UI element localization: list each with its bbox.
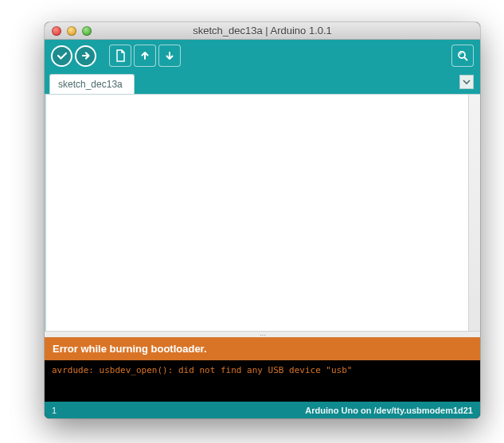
chevron-down-icon bbox=[463, 78, 471, 86]
status-line-number: 1 bbox=[52, 406, 57, 415]
save-button[interactable] bbox=[158, 45, 181, 67]
window-title: sketch_dec13a | Arduino 1.0.1 bbox=[45, 25, 480, 37]
pane-resize-grip[interactable]: ⋯ bbox=[45, 331, 480, 337]
titlebar[interactable]: sketch_dec13a | Arduino 1.0.1 bbox=[45, 22, 480, 40]
file-icon bbox=[115, 49, 126, 62]
verify-button[interactable] bbox=[51, 45, 72, 67]
code-editor[interactable] bbox=[45, 95, 468, 331]
open-button[interactable] bbox=[134, 45, 156, 67]
console-line: avrdude: usbdev_open(): did not find any… bbox=[52, 365, 473, 375]
toolbar bbox=[45, 40, 480, 72]
arduino-window: sketch_dec13a | Arduino 1.0.1 sketch_dec… bbox=[45, 22, 480, 418]
magnifier-icon bbox=[456, 50, 469, 61]
status-bar: 1 Arduino Uno on /dev/tty.usbmodem1d21 bbox=[45, 402, 480, 418]
error-message: Error while burning bootloader. bbox=[53, 343, 207, 355]
new-button[interactable] bbox=[109, 45, 131, 67]
arrow-up-icon bbox=[139, 50, 150, 61]
arrow-right-icon bbox=[80, 50, 92, 61]
status-board-port: Arduino Uno on /dev/tty.usbmodem1d21 bbox=[305, 406, 473, 415]
vertical-scrollbar[interactable] bbox=[468, 95, 480, 331]
check-icon bbox=[57, 50, 68, 61]
minimize-icon[interactable] bbox=[67, 26, 76, 36]
traffic-lights bbox=[52, 26, 92, 36]
arrow-down-icon bbox=[164, 50, 175, 61]
error-banner: Error while burning bootloader. bbox=[45, 337, 480, 360]
tab-label: sketch_dec13a bbox=[58, 79, 123, 90]
zoom-icon[interactable] bbox=[82, 26, 92, 36]
tab-bar: sketch_dec13a bbox=[45, 72, 480, 94]
editor-area bbox=[45, 94, 480, 331]
tab-sketch[interactable]: sketch_dec13a bbox=[49, 74, 135, 94]
close-icon[interactable] bbox=[52, 26, 61, 36]
serial-monitor-button[interactable] bbox=[451, 45, 474, 67]
tab-menu-button[interactable] bbox=[459, 75, 474, 89]
upload-button[interactable] bbox=[75, 45, 96, 67]
console-output[interactable]: avrdude: usbdev_open(): did not find any… bbox=[45, 360, 480, 402]
